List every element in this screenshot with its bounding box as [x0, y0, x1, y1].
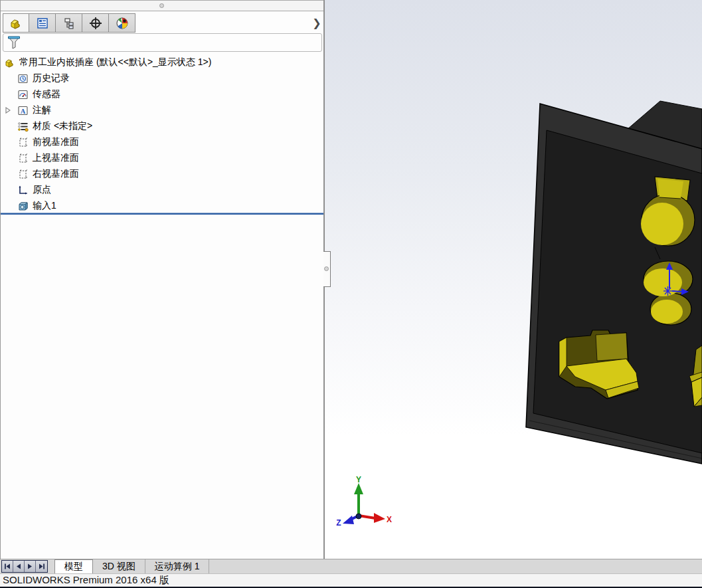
expand-arrow-icon[interactable]	[5, 107, 11, 114]
tree-filter-field[interactable]	[3, 33, 322, 52]
tree-item-label: 历史记录	[33, 72, 70, 84]
solidworks-window: ❯ 常用工业内嵌插座 (默认<<默认>_显示状态 1>)	[0, 0, 702, 588]
status-text: SOLIDWORKS Premium 2016 x64 版	[0, 574, 169, 587]
tab-configurationmanager[interactable]	[56, 13, 82, 33]
tab-featuremanager-tree[interactable]	[3, 13, 29, 33]
triad-z-label: Z	[336, 518, 341, 528]
tree-item-label: 材质 <未指定>	[33, 120, 92, 132]
tree-item-label: 传感器	[33, 88, 60, 100]
history-icon	[17, 73, 29, 84]
status-bar: SOLIDWORKS Premium 2016 x64 版	[0, 573, 702, 587]
previous-sheet-button[interactable]	[13, 561, 25, 572]
tab-3d-views[interactable]: 3D 视图	[93, 559, 145, 573]
part-icon	[4, 57, 15, 68]
tree-item-label: 注解	[33, 104, 51, 116]
tree-item-label: 输入1	[33, 200, 56, 212]
tree-item-label: 前视基准面	[33, 136, 79, 148]
triad-x-label: X	[387, 515, 392, 524]
sheet-tabs: 模型 3D 视图 运动算例 1	[54, 559, 209, 573]
tree-item-imported1[interactable]: 输入1	[1, 198, 324, 214]
tree-item-front-plane[interactable]: 前视基准面	[1, 134, 324, 150]
display-manager-icon	[116, 17, 129, 30]
tab-model[interactable]: 模型	[54, 559, 93, 573]
filter-funnel-icon	[7, 35, 21, 50]
handle-grip-icon	[324, 266, 329, 271]
dimxpert-icon	[88, 16, 103, 31]
tree-item-top-plane[interactable]: 上视基准面	[1, 150, 324, 166]
sheet-tab-bar: 模型 3D 视图 运动算例 1	[0, 559, 702, 573]
panel-collapse-handle[interactable]	[323, 251, 331, 287]
graphics-viewport[interactable]: Y X Z	[325, 0, 702, 559]
plane-icon	[17, 137, 29, 148]
previous-sheet-icon	[16, 563, 21, 569]
manager-tab-strip	[3, 13, 135, 33]
tree-item-label: 原点	[33, 184, 51, 196]
tree-item-label: 上视基准面	[33, 152, 79, 164]
first-sheet-button[interactable]	[2, 561, 13, 572]
plane-icon	[17, 153, 29, 164]
reference-triad: Y X Z	[336, 475, 392, 528]
tree-item-label: 右视基准面	[33, 168, 79, 180]
origin-icon	[17, 185, 29, 196]
part-icon	[9, 17, 23, 30]
rollback-bar[interactable]	[1, 213, 324, 215]
configuration-manager-icon	[62, 17, 76, 30]
plane-icon	[17, 169, 29, 180]
feature-tree: 常用工业内嵌插座 (默认<<默认>_显示状态 1>) 历史记录 传感器	[1, 54, 324, 214]
tab-motion-study-1[interactable]: 运动算例 1	[145, 559, 210, 573]
property-manager-icon	[36, 17, 49, 30]
panel-top-splitter[interactable]	[1, 0, 324, 11]
tree-item-right-plane[interactable]: 右视基准面	[1, 166, 324, 182]
tree-item-label: 常用工业内嵌插座 (默认<<默认>_显示状态 1>)	[19, 56, 211, 68]
tree-item-origin[interactable]: 原点	[1, 182, 324, 198]
tree-item-annotations[interactable]: A 注解	[1, 102, 324, 118]
annotations-icon: A	[17, 105, 29, 116]
tab-dimxpertmanager[interactable]	[82, 13, 109, 33]
next-sheet-icon	[27, 563, 33, 569]
next-sheet-button[interactable]	[25, 561, 36, 572]
last-sheet-button[interactable]	[36, 561, 47, 572]
tree-item-material[interactable]: 材质 <未指定>	[1, 118, 324, 134]
tree-item-sensors[interactable]: 传感器	[1, 86, 324, 102]
sheet-nav-group	[1, 560, 48, 573]
tab-displaymanager[interactable]	[109, 13, 135, 33]
splitter-grip-icon	[159, 3, 164, 8]
panel-overflow-chevron[interactable]: ❯	[310, 16, 323, 29]
first-sheet-icon	[4, 563, 11, 569]
imported-body-icon	[17, 201, 29, 212]
sensors-icon	[17, 89, 29, 100]
svg-text:A: A	[21, 107, 26, 114]
tree-item-history[interactable]: 历史记录	[1, 70, 324, 86]
material-icon	[17, 121, 29, 132]
tab-propertymanager[interactable]	[29, 13, 56, 33]
model-canvas: Y X Z	[325, 0, 702, 559]
triad-y-label: Y	[356, 475, 361, 484]
feature-manager-panel: ❯ 常用工业内嵌插座 (默认<<默认>_显示状态 1>)	[0, 0, 325, 559]
tree-item-part-root[interactable]: 常用工业内嵌插座 (默认<<默认>_显示状态 1>)	[1, 54, 324, 70]
last-sheet-icon	[39, 563, 45, 569]
